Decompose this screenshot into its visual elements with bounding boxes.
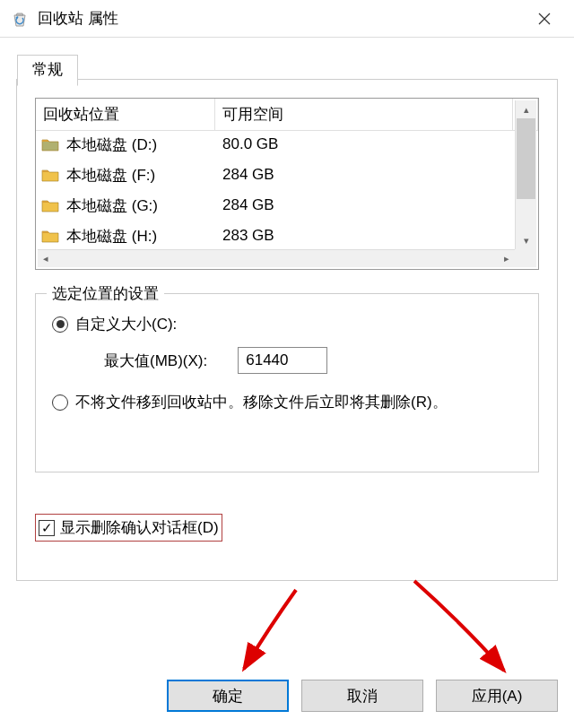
drive-space: 284 GB <box>215 166 274 184</box>
scroll-thumb[interactable] <box>517 118 535 199</box>
tab-panel: 常规 回收站位置 可用空间 本地磁盘 (D:)80.0 GB本地磁盘 (F:)2… <box>16 79 558 581</box>
list-header: 回收站位置 可用空间 <box>36 99 538 131</box>
col-location[interactable]: 回收站位置 <box>36 99 215 131</box>
folder-icon <box>41 137 59 152</box>
scroll-left-icon[interactable]: ◂ <box>43 253 48 264</box>
tab-label: 常规 <box>32 61 63 78</box>
scroll-up-icon[interactable]: ▴ <box>516 100 536 118</box>
drive-name: 本地磁盘 (H:) <box>66 226 157 247</box>
drive-space: 283 GB <box>215 227 274 245</box>
checkbox-icon: ✓ <box>39 520 55 536</box>
max-label: 最大值(MB)(X): <box>104 351 207 371</box>
max-size-input[interactable] <box>238 347 327 374</box>
radio-label: 自定义大小(C): <box>75 314 177 334</box>
ok-button[interactable]: 确定 <box>167 680 289 712</box>
drive-name: 本地磁盘 (D:) <box>66 134 157 155</box>
folder-icon <box>41 229 59 243</box>
apply-button[interactable]: 应用(A) <box>436 680 558 712</box>
drive-space: 284 GB <box>215 196 274 214</box>
folder-icon <box>41 198 59 212</box>
radio-icon <box>52 394 68 411</box>
checkbox-label: 显示删除确认对话框(D) <box>60 517 219 538</box>
list-item[interactable]: 本地磁盘 (F:)284 GB <box>36 160 513 190</box>
close-button[interactable] <box>522 5 567 32</box>
vertical-scrollbar[interactable]: ▴ ▾ <box>515 100 536 249</box>
radio-label: 不将文件移到回收站中。移除文件后立即将其删除(R)。 <box>75 392 448 412</box>
radio-custom-size[interactable]: 自定义大小(C): <box>52 314 526 334</box>
tab-general[interactable]: 常规 <box>17 55 78 86</box>
titlebar: 回收站 属性 <box>0 0 574 38</box>
checkmark-icon: ✓ <box>41 521 53 534</box>
folder-icon <box>41 168 59 182</box>
list-item[interactable]: 本地磁盘 (D:)80.0 GB <box>36 129 513 160</box>
drive-name: 本地磁盘 (F:) <box>66 165 155 186</box>
recycle-bin-icon <box>11 10 29 28</box>
annotation-arrow <box>233 583 305 681</box>
dialog-buttons: 确定 取消 应用(A) <box>167 680 558 712</box>
location-list: 回收站位置 可用空间 本地磁盘 (D:)80.0 GB本地磁盘 (F:)284 … <box>35 98 539 270</box>
scroll-right-icon[interactable]: ▸ <box>504 253 509 264</box>
drive-name: 本地磁盘 (G:) <box>66 195 158 216</box>
drive-space: 80.0 GB <box>215 135 278 153</box>
settings-fieldset: 选定位置的设置 自定义大小(C): 最大值(MB)(X): 不将文件移到回收站中… <box>35 293 539 472</box>
fieldset-legend: 选定位置的设置 <box>47 283 164 304</box>
cancel-button[interactable]: 取消 <box>301 680 423 712</box>
scroll-down-icon[interactable]: ▾ <box>516 231 536 249</box>
radio-no-recycle[interactable]: 不将文件移到回收站中。移除文件后立即将其删除(R)。 <box>52 392 526 412</box>
annotation-arrow <box>404 574 520 681</box>
window-title: 回收站 属性 <box>38 8 522 29</box>
horizontal-scrollbar[interactable]: ◂ ▸ <box>38 249 515 267</box>
confirm-delete-checkbox[interactable]: ✓ 显示删除确认对话框(D) <box>35 514 222 542</box>
col-space[interactable]: 可用空间 <box>215 99 513 131</box>
radio-icon <box>52 316 68 333</box>
list-item[interactable]: 本地磁盘 (H:)283 GB <box>36 221 513 249</box>
list-item[interactable]: 本地磁盘 (G:)284 GB <box>36 190 513 221</box>
